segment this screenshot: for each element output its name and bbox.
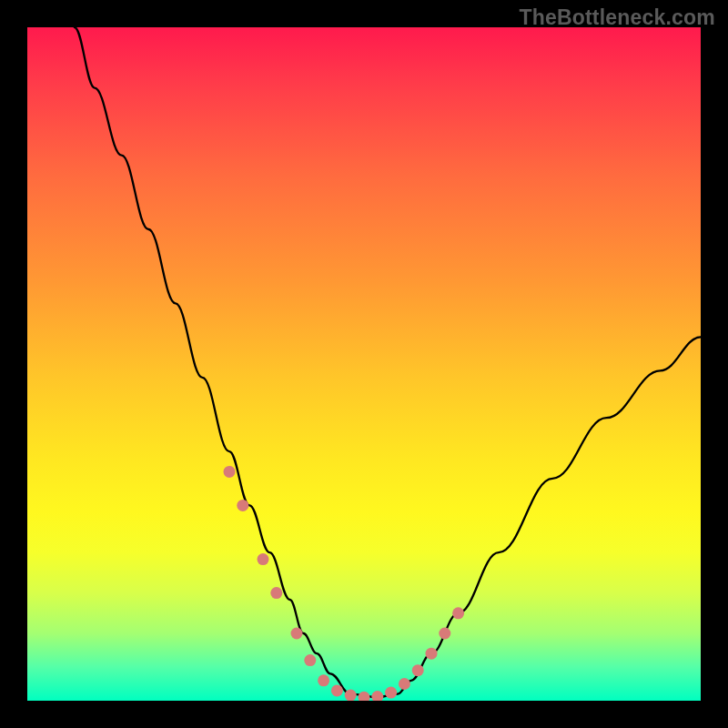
marker-dot [399,678,410,690]
watermark-text: TheBottleneck.com [519,5,715,30]
marker-dot [385,687,397,699]
marker-dot [224,466,236,478]
marker-dot [331,684,343,696]
marker-dot [452,607,464,619]
marker-dot [426,648,438,660]
marker-dot [270,587,282,599]
marker-dot [318,674,329,686]
marker-dot [359,692,370,701]
marker-dot [439,628,450,640]
curve-group [75,27,701,697]
marker-group [224,466,465,701]
chart-area [27,27,701,701]
marker-dot [412,664,424,676]
marker-dot [345,690,357,701]
marker-dot [258,553,269,565]
marker-dot [237,500,248,511]
marker-dot [291,628,303,640]
marker-dot [371,691,383,701]
bottleneck-curve-plot [27,27,701,701]
marker-dot [304,654,316,666]
bottleneck-curve [75,27,701,697]
